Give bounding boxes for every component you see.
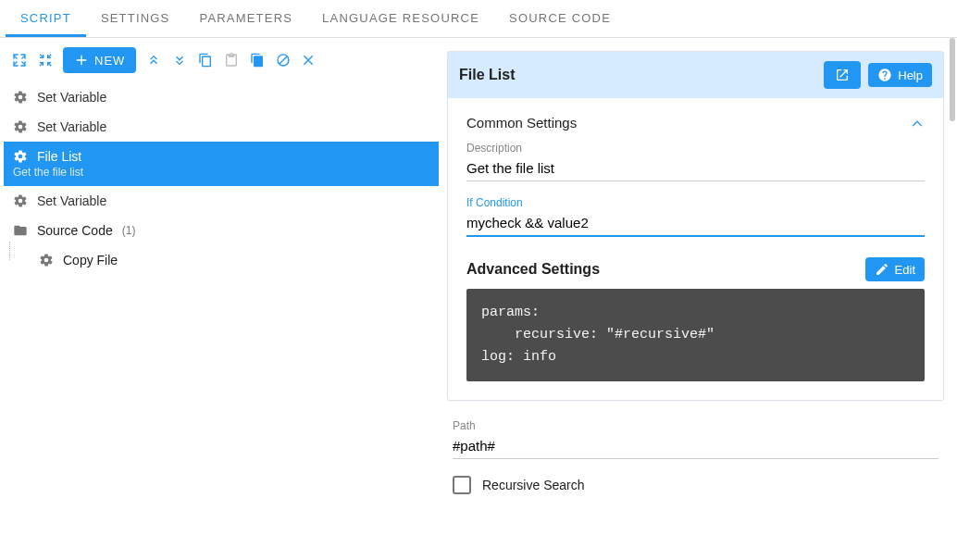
help-button[interactable]: Help <box>868 63 932 87</box>
new-button-label: NEW <box>94 54 125 68</box>
common-settings-title: Common Settings <box>466 115 577 131</box>
paste-icon <box>223 52 240 68</box>
script-tree: Set Variable Set Variable File List Get … <box>0 82 439 275</box>
tabs-bar: SCRIPT SETTINGS PARAMETERS LANGUAGE RESO… <box>0 0 957 38</box>
tab-settings[interactable]: SETTINGS <box>86 0 185 37</box>
duplicate-icon[interactable] <box>249 52 266 68</box>
tab-script[interactable]: SCRIPT <box>6 0 86 37</box>
panel-body: Common Settings Description If Condition… <box>448 98 943 400</box>
path-section: Path Recursive Search <box>447 419 944 494</box>
if-condition-field: If Condition <box>466 196 925 237</box>
tree-item-label: Set Variable <box>37 193 106 208</box>
scrollbar-thumb[interactable] <box>950 38 955 121</box>
tree-item-set-variable[interactable]: Set Variable <box>4 112 439 142</box>
tab-source-code[interactable]: SOURCE CODE <box>494 0 626 37</box>
copy-icon[interactable] <box>197 52 214 68</box>
right-column: File List Help Common Settings Des <box>440 38 957 560</box>
tree-group-label: Source Code <box>37 223 113 238</box>
details-panel: File List Help Common Settings Des <box>447 51 944 401</box>
tree-item-set-variable[interactable]: Set Variable <box>4 186 439 216</box>
disable-icon[interactable] <box>275 52 292 68</box>
tree-item-set-variable[interactable]: Set Variable <box>4 82 439 112</box>
tab-language-resource[interactable]: LANGUAGE RESOURCE <box>307 0 494 37</box>
new-button[interactable]: NEW <box>63 47 136 73</box>
tree-item-label: Set Variable <box>37 119 106 134</box>
description-field: Description <box>466 142 925 181</box>
open-external-button[interactable] <box>824 61 861 89</box>
recursive-checkbox[interactable] <box>453 476 471 494</box>
edit-button[interactable]: Edit <box>865 257 925 281</box>
advanced-settings-title: Advanced Settings <box>466 261 600 278</box>
tree-item-label: Copy File <box>63 253 118 268</box>
recursive-search-row[interactable]: Recursive Search <box>453 476 938 494</box>
tree-group-count: (1) <box>122 224 136 237</box>
tree-item-copy-file[interactable]: Copy File <box>4 245 439 275</box>
tree-group-source-code[interactable]: Source Code (1) <box>4 216 439 245</box>
recursive-label: Recursive Search <box>482 478 585 492</box>
description-label: Description <box>466 142 925 155</box>
if-condition-label: If Condition <box>466 196 925 209</box>
common-settings-header[interactable]: Common Settings <box>466 111 925 142</box>
tree-item-label: File List <box>37 149 81 164</box>
tree-item-sub: Get the file list <box>13 166 429 179</box>
advanced-code-block: params: recursive: "#recursive#" log: in… <box>466 289 925 381</box>
help-button-label: Help <box>898 68 923 82</box>
chevron-up-icon <box>910 116 925 131</box>
advanced-settings-header: Advanced Settings Edit <box>466 252 925 289</box>
tree-item-label: Set Variable <box>37 90 106 105</box>
script-toolbar: NEW <box>0 38 439 82</box>
description-input[interactable] <box>466 156 925 181</box>
move-up-all-icon[interactable] <box>145 52 162 68</box>
path-label: Path <box>453 419 938 432</box>
move-down-all-icon[interactable] <box>171 52 188 68</box>
left-column: NEW <box>0 38 440 560</box>
expand-icon[interactable] <box>11 52 28 68</box>
delete-icon[interactable] <box>301 52 317 68</box>
path-input[interactable] <box>453 434 938 459</box>
collapse-icon[interactable] <box>37 52 54 68</box>
tree-item-file-list[interactable]: File List Get the file list <box>4 142 439 186</box>
edit-button-label: Edit <box>895 263 915 277</box>
tab-parameters[interactable]: PARAMETERS <box>184 0 307 37</box>
panel-title: File List <box>459 67 816 83</box>
if-condition-input[interactable] <box>466 211 925 237</box>
panel-header: File List Help <box>448 52 943 98</box>
